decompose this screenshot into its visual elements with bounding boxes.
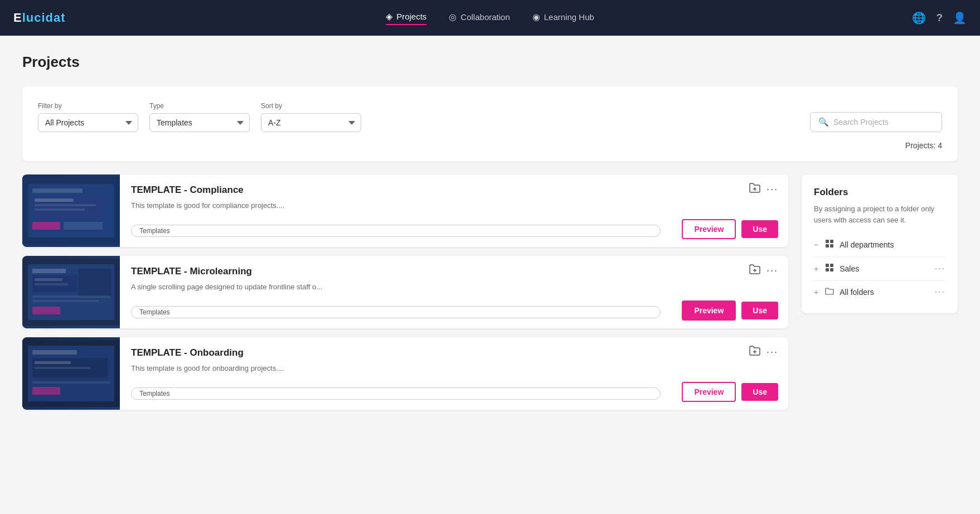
svg-rect-40 [830,268,833,271]
filter-card: Filter by All Projects My Projects Share… [22,86,958,161]
svg-rect-13 [32,269,66,273]
project-info: TEMPLATE - Microlearning A single scroll… [120,256,672,328]
expand-icon: + [814,288,818,297]
svg-rect-5 [35,204,96,206]
svg-rect-2 [32,188,83,193]
use-button[interactable]: Use [741,383,778,401]
folder-name: All departments [840,240,945,249]
preview-button[interactable]: Preview [682,219,736,239]
user-icon[interactable]: 👤 [953,11,967,25]
filters-row: Filter by All Projects My Projects Share… [38,102,942,132]
collapse-icon: − [814,240,818,249]
nav-learning-hub[interactable]: ◉ Learning Hub [532,11,594,25]
header: Elucidat ◈ Projects ◎ Collaboration ◉ Le… [0,0,980,36]
project-desc: A single scrolling page designed to upda… [131,282,661,293]
card-top-icons: ··· [749,182,778,196]
project-desc: This template is good for compliance pro… [131,200,661,211]
header-actions: 🌐 ? 👤 [912,11,967,25]
nav-collaboration[interactable]: ◎ Collaboration [449,11,510,25]
more-options-icon[interactable]: ··· [766,265,778,277]
projects-count: Projects: 4 [38,141,942,150]
nav-projects[interactable]: ◈ Projects [386,11,426,25]
sort-label: Sort by [261,102,361,110]
preview-button[interactable]: Preview [682,382,736,402]
collaboration-icon: ◎ [449,12,457,22]
sort-group: Sort by A-Z Z-A Newest Oldest [261,102,361,132]
folder-item-all-folders[interactable]: + All folders ··· [814,283,945,301]
search-icon: 🔍 [818,117,829,127]
folder-name: All folders [840,288,929,297]
svg-rect-34 [830,240,833,243]
type-group: Type Templates Courses All [149,102,250,132]
search-box: 🔍 [810,112,942,132]
card-top-icons: ··· [749,264,778,278]
project-desc: This template is good for onboarding pro… [131,363,661,374]
svg-rect-7 [32,222,60,230]
folder-icon [825,287,834,297]
filter-by-select[interactable]: All Projects My Projects Shared [38,113,138,132]
svg-rect-37 [826,264,829,267]
folder-item-all-departments[interactable]: − All departments [814,235,945,254]
type-select[interactable]: Templates Courses All [149,113,250,132]
filter-by-group: Filter by All Projects My Projects Share… [38,102,138,132]
svg-rect-6 [35,208,85,211]
folder-item-sales[interactable]: + Sales ··· [814,259,945,278]
svg-rect-30 [32,387,60,395]
svg-rect-38 [830,264,833,267]
more-icon[interactable]: ··· [935,264,945,274]
svg-rect-20 [32,307,60,314]
add-to-folder-icon[interactable] [749,345,761,359]
main-nav: ◈ Projects ◎ Collaboration ◉ Learning Hu… [386,11,594,25]
learning-hub-icon: ◉ [532,12,540,22]
svg-rect-16 [35,278,62,281]
logo: Elucidat [13,11,66,25]
more-options-icon[interactable]: ··· [766,346,778,358]
add-to-folder-icon[interactable] [749,264,761,278]
use-button[interactable]: Use [741,220,778,238]
page-title: Projects [22,54,958,71]
project-name: TEMPLATE - Microlearning [131,266,661,277]
more-options-icon[interactable]: ··· [766,183,778,195]
sidebar: Folders By assigning a project to a fold… [802,174,958,410]
svg-rect-33 [826,240,829,243]
preview-button[interactable]: Preview [682,300,736,321]
folders-desc: By assigning a project to a folder only … [814,203,945,225]
card-right: ··· Preview Use [672,256,788,328]
project-thumbnail [22,337,120,410]
table-row: TEMPLATE - Microlearning A single scroll… [22,256,788,328]
table-row: TEMPLATE - Compliance This template is g… [22,174,788,247]
search-input[interactable] [833,118,934,127]
content-layout: TEMPLATE - Compliance This template is g… [22,174,958,410]
svg-rect-18 [32,295,110,298]
grid-icon [825,239,834,250]
svg-rect-29 [32,381,110,384]
filter-by-label: Filter by [38,102,138,110]
sort-select[interactable]: A-Z Z-A Newest Oldest [261,113,361,132]
project-info: TEMPLATE - Compliance This template is g… [120,174,672,247]
help-icon[interactable]: ? [936,12,943,24]
table-row: TEMPLATE - Onboarding This template is g… [22,337,788,410]
use-button[interactable]: Use [741,302,778,319]
svg-rect-39 [826,268,829,271]
project-thumbnail [22,174,120,247]
svg-rect-28 [35,367,90,369]
project-name: TEMPLATE - Compliance [131,185,661,196]
more-icon[interactable]: ··· [935,287,945,297]
card-top-icons: ··· [749,345,778,359]
card-right: ··· Preview Use [672,174,788,247]
projects-icon: ◈ [386,11,392,22]
grid-icon [825,263,834,274]
card-right: ··· Preview Use [672,337,788,410]
add-to-folder-icon[interactable] [749,182,761,196]
svg-rect-36 [830,244,833,248]
action-btns: Preview Use [682,300,778,321]
project-tag: Templates [131,225,661,237]
svg-rect-35 [826,244,829,248]
main-content: Projects Filter by All Projects My Proje… [0,36,980,514]
globe-icon[interactable]: 🌐 [912,11,926,25]
svg-rect-15 [78,269,111,297]
folder-name: Sales [840,264,929,273]
action-btns: Preview Use [682,382,778,402]
project-list: TEMPLATE - Compliance This template is g… [22,174,788,410]
type-label: Type [149,102,250,110]
